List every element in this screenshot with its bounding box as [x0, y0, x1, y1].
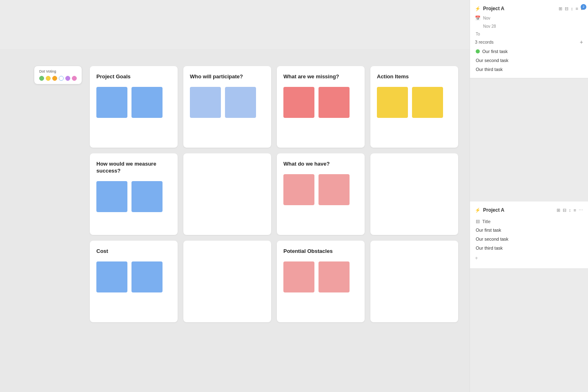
sticky-2 [225, 87, 256, 118]
more-icon[interactable]: ⋯ [579, 208, 583, 213]
sort-icon[interactable]: ↕ [571, 6, 573, 11]
toolbar-icons-top: ⊞ ⊟ ↕ ≡ ● [559, 6, 583, 11]
top-banner [0, 0, 470, 49]
sticky-1 [283, 174, 314, 205]
card-title: Project Goals [96, 73, 171, 80]
calendar-icon: 📅 [475, 16, 481, 21]
sticky-notes [377, 87, 452, 118]
card-title: What do we have? [283, 161, 358, 168]
sticky-2 [318, 87, 350, 118]
panel-section-bottom: ⚡ Project A ⊞ ⊟ ↕ ≡ ⋯ ▤ Title Our first … [470, 202, 588, 269]
column-header: ▤ Title [470, 217, 588, 226]
add-record-button[interactable]: + [580, 39, 583, 45]
card-title: Who will participate? [190, 73, 265, 80]
task-label-b1: Our first task [476, 228, 501, 233]
dot-pink [72, 76, 77, 81]
sticky-1 [96, 181, 127, 212]
sticky-1 [190, 87, 221, 118]
sticky-1 [283, 261, 314, 292]
dot-orange [52, 76, 57, 81]
card-title: What are we missing? [283, 73, 358, 80]
sticky-1 [283, 87, 314, 118]
task-item-2[interactable]: Our second task [473, 56, 585, 65]
add-row-icon: + [475, 255, 478, 261]
notification-icon[interactable]: ● [581, 7, 583, 11]
sticky-notes [283, 87, 358, 118]
card-what-have: What do we have? [277, 153, 365, 235]
sticky-notes [96, 181, 171, 212]
card-project-goals: Project Goals [90, 66, 178, 148]
sticky-notes [96, 87, 171, 118]
task-row-3[interactable]: Our third task [470, 244, 588, 252]
filter-icon[interactable]: ⊟ [565, 6, 568, 11]
right-panel: ⚡ Project A ⊞ ⊟ ↕ ≡ ● 📅 Nov Nov 28 To 3 … [470, 0, 588, 392]
sticky-2 [131, 87, 163, 118]
card-empty-2 [370, 153, 458, 235]
date-sub: Nov [483, 16, 490, 20]
card-who-participate: Who will participate? [183, 66, 271, 148]
task-row-1[interactable]: Our first task [470, 226, 588, 235]
task-label-b2: Our second task [476, 237, 508, 241]
sticky-2 [318, 174, 350, 205]
board-grid: Project Goals Who will participate? What… [90, 66, 466, 322]
panel-bottom-spacer [470, 269, 588, 392]
to-label: To [470, 31, 588, 37]
card-empty-1 [183, 153, 271, 235]
task-label-b3: Our third task [476, 246, 503, 250]
card-title: Potential Obstacles [283, 248, 358, 255]
task-row-2[interactable]: Our second task [470, 235, 588, 244]
card-cost: Cost [90, 241, 178, 322]
title-field-icon: ▤ [476, 219, 480, 224]
task-label-3: Our third task [476, 67, 503, 72]
dot-voting-dots [39, 76, 77, 81]
group-icon[interactable]: ≡ [576, 6, 578, 11]
sticky-2 [131, 261, 163, 292]
card-title: How would we measure success? [96, 161, 171, 175]
sort-icon-2[interactable]: ↕ [569, 208, 571, 213]
panel-section-top: ⚡ Project A ⊞ ⊟ ↕ ≡ ● 📅 Nov Nov 28 To 3 … [470, 0, 588, 78]
sticky-2 [412, 87, 443, 118]
panel-project-name-top: Project A [483, 6, 556, 11]
date-main: Nov 28 [483, 24, 496, 29]
card-potential-obstacles: Potential Obstacles [277, 241, 365, 322]
card-how-measure: How would we measure success? [90, 153, 178, 235]
sticky-notes [283, 261, 358, 292]
panel-project-name-bottom: Project A [483, 207, 554, 213]
records-row: 3 records + [470, 37, 588, 47]
sticky-1 [96, 87, 127, 118]
card-title: Action Items [377, 73, 452, 80]
dot-green [39, 76, 44, 81]
card-empty-4 [370, 241, 458, 322]
task-label-2: Our second task [476, 58, 508, 63]
task-list-top: Our first task Our second task Our third… [470, 47, 588, 74]
records-count: 3 records [475, 40, 494, 44]
panel-header-top: ⚡ Project A ⊞ ⊟ ↕ ≡ ● [470, 4, 588, 13]
dot-voting-title: Dot Voting [39, 69, 77, 73]
table-icon-2[interactable]: ⊞ [557, 208, 560, 213]
dot-voting-widget: Dot Voting [34, 66, 82, 84]
card-action-items: Action Items [370, 66, 458, 148]
task-item-3[interactable]: Our third task [473, 65, 585, 74]
task-badge-1 [476, 49, 480, 53]
card-empty-3 [183, 241, 271, 322]
card-what-missing: What are we missing? [277, 66, 365, 148]
filter-icon-2[interactable]: ⊟ [563, 208, 566, 213]
lightning-icon-2: ⚡ [475, 208, 481, 213]
group-icon-2[interactable]: ≡ [574, 208, 576, 213]
panel-spacer [470, 78, 588, 202]
sticky-1 [377, 87, 408, 118]
sticky-notes [190, 87, 265, 118]
table-icon[interactable]: ⊞ [559, 6, 562, 11]
dot-yellow [46, 76, 51, 81]
dot-blue [59, 76, 64, 81]
panel-date-row: 📅 Nov [470, 15, 588, 22]
panel-header-bottom: ⚡ Project A ⊞ ⊟ ↕ ≡ ⋯ [470, 206, 588, 215]
add-row-button[interactable]: + [470, 252, 588, 264]
lightning-icon: ⚡ [475, 6, 481, 11]
sticky-notes [283, 174, 358, 205]
task-label-1: Our first task [482, 49, 508, 54]
panel-date-row-2: Nov 28 [470, 23, 588, 29]
task-item-1[interactable]: Our first task [473, 47, 585, 56]
sticky-1 [96, 261, 127, 292]
dot-purple [65, 76, 70, 81]
